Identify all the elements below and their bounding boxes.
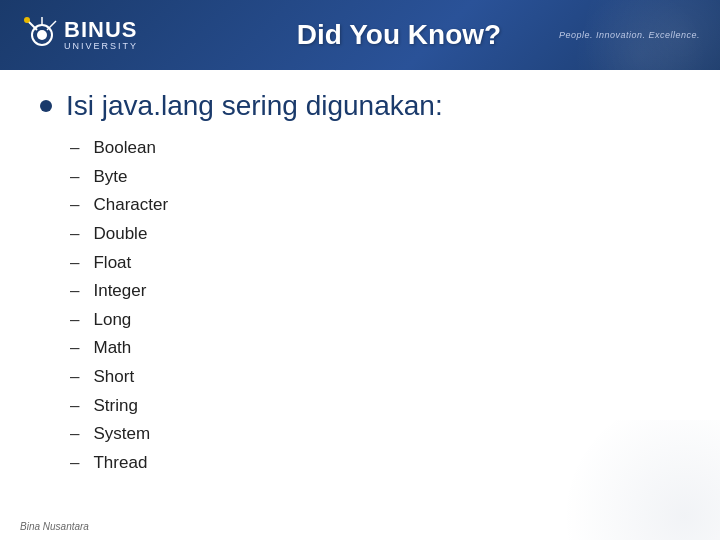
- list-container: –Boolean–Byte–Character–Double–Float–Int…: [40, 134, 680, 478]
- main-heading: Isi java.lang sering digunakan:: [40, 90, 680, 122]
- list-item-label: Short: [93, 365, 134, 390]
- list-item: –Integer: [70, 277, 680, 306]
- list-item-label: Byte: [93, 165, 127, 190]
- list-item-label: Math: [93, 336, 131, 361]
- dash-icon: –: [70, 251, 79, 276]
- svg-line-2: [28, 21, 37, 30]
- svg-point-3: [24, 17, 30, 23]
- list-item-label: Thread: [93, 451, 147, 476]
- dash-icon: –: [70, 336, 79, 361]
- list-item-label: String: [93, 394, 137, 419]
- list-item-label: Character: [93, 193, 168, 218]
- list-item-label: Float: [93, 251, 131, 276]
- dash-icon: –: [70, 222, 79, 247]
- logo-binus-text: BINUS: [64, 19, 138, 41]
- list-item: –Short: [70, 363, 680, 392]
- footer-label: Bina Nusantara: [20, 521, 89, 532]
- list-item: –Long: [70, 306, 680, 335]
- svg-point-1: [37, 30, 47, 40]
- list-item: –Boolean: [70, 134, 680, 163]
- dash-icon: –: [70, 165, 79, 190]
- logo-area: BINUS UNIVERSITY: [20, 13, 138, 57]
- heading-text: Isi java.lang sering digunakan:: [66, 90, 443, 122]
- logo-university-text: UNIVERSITY: [64, 42, 138, 51]
- header: BINUS UNIVERSITY Did You Know? People. I…: [0, 0, 720, 70]
- list-item: –Character: [70, 191, 680, 220]
- logo-icon: [20, 13, 64, 57]
- list-item-label: Double: [93, 222, 147, 247]
- list-item: –Thread: [70, 449, 680, 478]
- bullet-icon: [40, 100, 52, 112]
- list-item-label: Integer: [93, 279, 146, 304]
- list-item: –Float: [70, 249, 680, 278]
- dash-icon: –: [70, 422, 79, 447]
- list-item: –System: [70, 420, 680, 449]
- list-item: –String: [70, 392, 680, 421]
- list-item-label: System: [93, 422, 150, 447]
- dash-icon: –: [70, 193, 79, 218]
- list-item: –Byte: [70, 163, 680, 192]
- main-content: Isi java.lang sering digunakan: –Boolean…: [0, 70, 720, 488]
- dash-icon: –: [70, 365, 79, 390]
- dash-icon: –: [70, 394, 79, 419]
- list-item: –Double: [70, 220, 680, 249]
- dash-icon: –: [70, 279, 79, 304]
- dash-icon: –: [70, 136, 79, 161]
- list-item-label: Long: [93, 308, 131, 333]
- dash-icon: –: [70, 308, 79, 333]
- dash-icon: –: [70, 451, 79, 476]
- svg-line-4: [47, 21, 56, 30]
- logo-text: BINUS UNIVERSITY: [64, 19, 138, 51]
- list-item-label: Boolean: [93, 136, 155, 161]
- list-item: –Math: [70, 334, 680, 363]
- header-tagline: People. Innovation. Excellence.: [559, 30, 700, 40]
